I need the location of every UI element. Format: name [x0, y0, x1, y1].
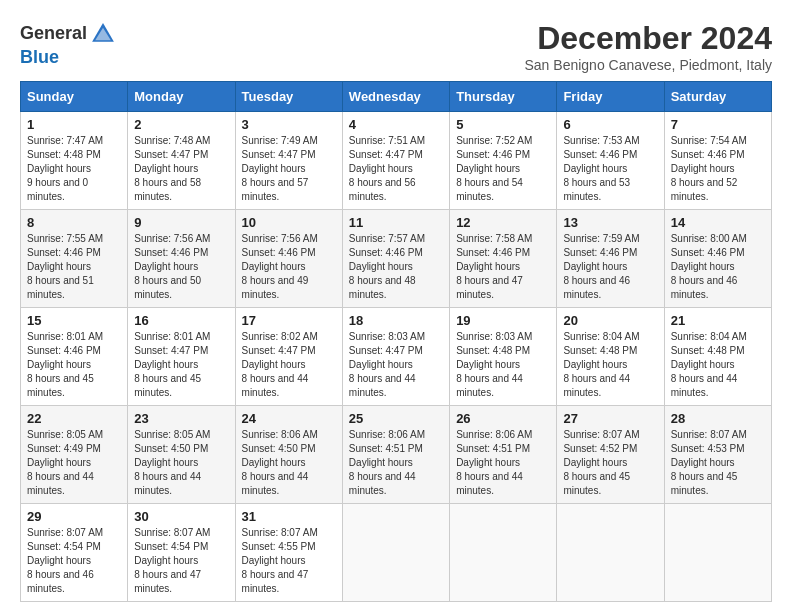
day-info: Sunrise: 8:04 AM Sunset: 4:48 PM Dayligh…	[563, 330, 657, 400]
day-number: 8	[27, 215, 121, 230]
calendar-cell: 13 Sunrise: 7:59 AM Sunset: 4:46 PM Dayl…	[557, 210, 664, 308]
calendar-cell: 10 Sunrise: 7:56 AM Sunset: 4:46 PM Dayl…	[235, 210, 342, 308]
day-info: Sunrise: 8:01 AM Sunset: 4:47 PM Dayligh…	[134, 330, 228, 400]
calendar-header: SundayMondayTuesdayWednesdayThursdayFrid…	[21, 82, 772, 112]
calendar-week-2: 8 Sunrise: 7:55 AM Sunset: 4:46 PM Dayli…	[21, 210, 772, 308]
day-number: 23	[134, 411, 228, 426]
day-info: Sunrise: 8:06 AM Sunset: 4:51 PM Dayligh…	[456, 428, 550, 498]
day-number: 3	[242, 117, 336, 132]
day-info: Sunrise: 8:04 AM Sunset: 4:48 PM Dayligh…	[671, 330, 765, 400]
day-info: Sunrise: 8:03 AM Sunset: 4:48 PM Dayligh…	[456, 330, 550, 400]
calendar-cell: 4 Sunrise: 7:51 AM Sunset: 4:47 PM Dayli…	[342, 112, 449, 210]
day-number: 26	[456, 411, 550, 426]
day-info: Sunrise: 8:07 AM Sunset: 4:54 PM Dayligh…	[134, 526, 228, 596]
calendar-cell	[450, 504, 557, 602]
calendar-cell: 8 Sunrise: 7:55 AM Sunset: 4:46 PM Dayli…	[21, 210, 128, 308]
day-info: Sunrise: 7:57 AM Sunset: 4:46 PM Dayligh…	[349, 232, 443, 302]
calendar-cell: 14 Sunrise: 8:00 AM Sunset: 4:46 PM Dayl…	[664, 210, 771, 308]
calendar-cell: 12 Sunrise: 7:58 AM Sunset: 4:46 PM Dayl…	[450, 210, 557, 308]
day-info: Sunrise: 7:56 AM Sunset: 4:46 PM Dayligh…	[242, 232, 336, 302]
calendar-week-3: 15 Sunrise: 8:01 AM Sunset: 4:46 PM Dayl…	[21, 308, 772, 406]
day-number: 7	[671, 117, 765, 132]
calendar-cell: 5 Sunrise: 7:52 AM Sunset: 4:46 PM Dayli…	[450, 112, 557, 210]
calendar-cell: 7 Sunrise: 7:54 AM Sunset: 4:46 PM Dayli…	[664, 112, 771, 210]
location: San Benigno Canavese, Piedmont, Italy	[525, 57, 773, 73]
day-info: Sunrise: 8:06 AM Sunset: 4:51 PM Dayligh…	[349, 428, 443, 498]
day-number: 16	[134, 313, 228, 328]
day-number: 10	[242, 215, 336, 230]
calendar-cell: 28 Sunrise: 8:07 AM Sunset: 4:53 PM Dayl…	[664, 406, 771, 504]
day-info: Sunrise: 8:05 AM Sunset: 4:50 PM Dayligh…	[134, 428, 228, 498]
day-info: Sunrise: 7:49 AM Sunset: 4:47 PM Dayligh…	[242, 134, 336, 204]
calendar-cell: 21 Sunrise: 8:04 AM Sunset: 4:48 PM Dayl…	[664, 308, 771, 406]
day-number: 21	[671, 313, 765, 328]
day-info: Sunrise: 8:00 AM Sunset: 4:46 PM Dayligh…	[671, 232, 765, 302]
day-number: 13	[563, 215, 657, 230]
day-number: 4	[349, 117, 443, 132]
title-block: December 2024 San Benigno Canavese, Pied…	[525, 20, 773, 73]
weekday-header-sunday: Sunday	[21, 82, 128, 112]
calendar-cell	[664, 504, 771, 602]
weekday-header-friday: Friday	[557, 82, 664, 112]
day-number: 19	[456, 313, 550, 328]
logo: General Blue	[20, 20, 117, 68]
calendar-cell: 18 Sunrise: 8:03 AM Sunset: 4:47 PM Dayl…	[342, 308, 449, 406]
day-number: 28	[671, 411, 765, 426]
calendar-cell: 2 Sunrise: 7:48 AM Sunset: 4:47 PM Dayli…	[128, 112, 235, 210]
day-info: Sunrise: 7:51 AM Sunset: 4:47 PM Dayligh…	[349, 134, 443, 204]
calendar-cell: 1 Sunrise: 7:47 AM Sunset: 4:48 PM Dayli…	[21, 112, 128, 210]
day-number: 31	[242, 509, 336, 524]
day-info: Sunrise: 8:05 AM Sunset: 4:49 PM Dayligh…	[27, 428, 121, 498]
day-number: 6	[563, 117, 657, 132]
weekday-header-thursday: Thursday	[450, 82, 557, 112]
day-info: Sunrise: 8:07 AM Sunset: 4:52 PM Dayligh…	[563, 428, 657, 498]
calendar-cell: 19 Sunrise: 8:03 AM Sunset: 4:48 PM Dayl…	[450, 308, 557, 406]
logo-general: General	[20, 23, 87, 43]
logo-blue: Blue	[20, 47, 59, 67]
calendar-cell: 31 Sunrise: 8:07 AM Sunset: 4:55 PM Dayl…	[235, 504, 342, 602]
month-title: December 2024	[525, 20, 773, 57]
weekday-header-tuesday: Tuesday	[235, 82, 342, 112]
calendar-week-5: 29 Sunrise: 8:07 AM Sunset: 4:54 PM Dayl…	[21, 504, 772, 602]
calendar-week-1: 1 Sunrise: 7:47 AM Sunset: 4:48 PM Dayli…	[21, 112, 772, 210]
calendar-cell: 22 Sunrise: 8:05 AM Sunset: 4:49 PM Dayl…	[21, 406, 128, 504]
calendar-cell: 3 Sunrise: 7:49 AM Sunset: 4:47 PM Dayli…	[235, 112, 342, 210]
day-number: 30	[134, 509, 228, 524]
day-info: Sunrise: 8:07 AM Sunset: 4:55 PM Dayligh…	[242, 526, 336, 596]
day-number: 1	[27, 117, 121, 132]
day-number: 12	[456, 215, 550, 230]
calendar-cell: 20 Sunrise: 8:04 AM Sunset: 4:48 PM Dayl…	[557, 308, 664, 406]
calendar-cell: 15 Sunrise: 8:01 AM Sunset: 4:46 PM Dayl…	[21, 308, 128, 406]
calendar-cell: 26 Sunrise: 8:06 AM Sunset: 4:51 PM Dayl…	[450, 406, 557, 504]
calendar-cell: 9 Sunrise: 7:56 AM Sunset: 4:46 PM Dayli…	[128, 210, 235, 308]
calendar-cell: 24 Sunrise: 8:06 AM Sunset: 4:50 PM Dayl…	[235, 406, 342, 504]
day-number: 27	[563, 411, 657, 426]
weekday-header-wednesday: Wednesday	[342, 82, 449, 112]
day-info: Sunrise: 7:55 AM Sunset: 4:46 PM Dayligh…	[27, 232, 121, 302]
day-number: 14	[671, 215, 765, 230]
weekday-header-monday: Monday	[128, 82, 235, 112]
day-info: Sunrise: 7:54 AM Sunset: 4:46 PM Dayligh…	[671, 134, 765, 204]
day-number: 25	[349, 411, 443, 426]
day-info: Sunrise: 8:01 AM Sunset: 4:46 PM Dayligh…	[27, 330, 121, 400]
day-info: Sunrise: 8:02 AM Sunset: 4:47 PM Dayligh…	[242, 330, 336, 400]
day-number: 20	[563, 313, 657, 328]
day-info: Sunrise: 7:48 AM Sunset: 4:47 PM Dayligh…	[134, 134, 228, 204]
calendar-cell: 17 Sunrise: 8:02 AM Sunset: 4:47 PM Dayl…	[235, 308, 342, 406]
calendar-cell	[557, 504, 664, 602]
day-info: Sunrise: 7:56 AM Sunset: 4:46 PM Dayligh…	[134, 232, 228, 302]
calendar-table: SundayMondayTuesdayWednesdayThursdayFrid…	[20, 81, 772, 602]
day-info: Sunrise: 7:58 AM Sunset: 4:46 PM Dayligh…	[456, 232, 550, 302]
day-number: 9	[134, 215, 228, 230]
calendar-cell: 29 Sunrise: 8:07 AM Sunset: 4:54 PM Dayl…	[21, 504, 128, 602]
day-info: Sunrise: 8:06 AM Sunset: 4:50 PM Dayligh…	[242, 428, 336, 498]
page-header: General Blue December 2024 San Benigno C…	[20, 20, 772, 73]
day-info: Sunrise: 7:52 AM Sunset: 4:46 PM Dayligh…	[456, 134, 550, 204]
calendar-cell: 11 Sunrise: 7:57 AM Sunset: 4:46 PM Dayl…	[342, 210, 449, 308]
day-info: Sunrise: 7:47 AM Sunset: 4:48 PM Dayligh…	[27, 134, 121, 204]
day-number: 24	[242, 411, 336, 426]
day-info: Sunrise: 8:03 AM Sunset: 4:47 PM Dayligh…	[349, 330, 443, 400]
day-info: Sunrise: 7:59 AM Sunset: 4:46 PM Dayligh…	[563, 232, 657, 302]
day-number: 5	[456, 117, 550, 132]
day-number: 11	[349, 215, 443, 230]
